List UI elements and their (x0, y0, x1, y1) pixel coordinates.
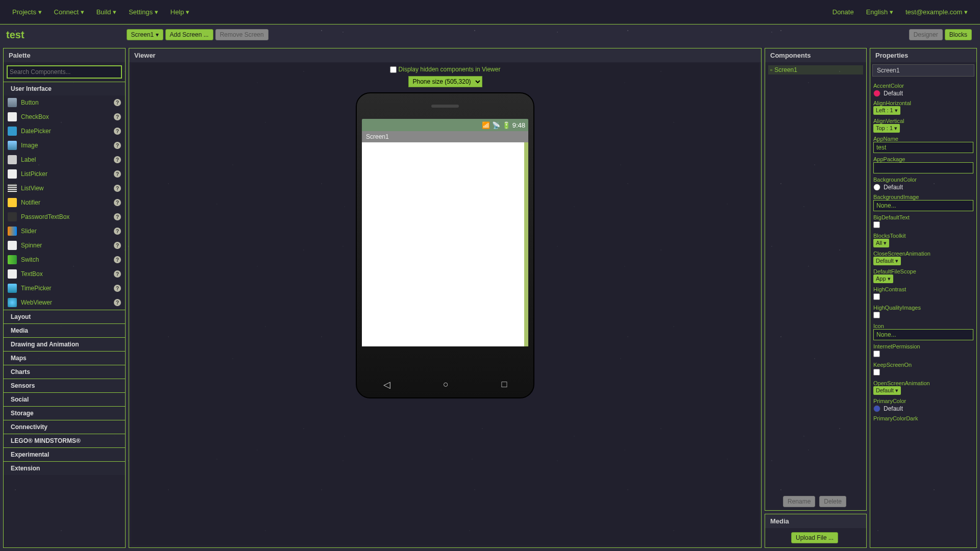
prop-backgroundcolor[interactable]: Default (873, 184, 973, 191)
help-icon[interactable]: ? (114, 199, 121, 206)
prop-label-backgroundimage: BackgroundImage (873, 194, 973, 200)
prop-alignvertical[interactable]: Top : 1 ▾ (873, 124, 900, 133)
search-components-input[interactable] (7, 65, 122, 79)
menu-donate[interactable]: Donate (826, 5, 860, 19)
palette-notifier[interactable]: Notifier? (4, 195, 125, 210)
palette-item-label: ListView (21, 185, 114, 192)
prop-value: Default (884, 405, 903, 412)
prop-icon[interactable] (873, 329, 973, 340)
palette-item-label: WebViewer (21, 299, 114, 306)
app-title-bar: Screen1 (362, 131, 528, 142)
category-lego[interactable]: LEGO® MINDSTORMS® (4, 434, 125, 447)
menu-projects[interactable]: Projects ▾ (6, 5, 48, 19)
palette-image[interactable]: Image? (4, 138, 125, 153)
notifier-icon (8, 198, 17, 207)
prop-openscreenanimation[interactable]: Default ▾ (873, 386, 901, 395)
prop-blockstoolkit[interactable]: All ▾ (873, 239, 889, 247)
category-connectivity[interactable]: Connectivity (4, 420, 125, 434)
category-drawing[interactable]: Drawing and Animation (4, 337, 125, 351)
palette-slider[interactable]: Slider? (4, 224, 125, 238)
designer-tab[interactable]: Designer (909, 29, 943, 40)
menu-build[interactable]: Build ▾ (90, 5, 123, 19)
prop-apppackage[interactable] (873, 162, 973, 173)
palette-checkbox[interactable]: CheckBox? (4, 110, 125, 124)
palette-listview[interactable]: ListView? (4, 181, 125, 195)
prop-closescreenanimation[interactable]: Default ▾ (873, 257, 901, 265)
category-maps[interactable]: Maps (4, 351, 125, 365)
prop-keepscreenon[interactable] (873, 369, 880, 375)
help-icon[interactable]: ? (114, 256, 121, 263)
category-charts[interactable]: Charts (4, 365, 125, 379)
prop-defaultfilescope[interactable]: App ▾ (873, 274, 893, 283)
tree-item-screen1[interactable]: ▫ Screen1 (768, 65, 863, 74)
checkbox-icon (8, 112, 17, 121)
prop-highcontrast[interactable] (873, 293, 880, 300)
palette-item-label: Switch (21, 256, 114, 263)
help-icon[interactable]: ? (114, 285, 121, 292)
prop-internetpermission[interactable] (873, 350, 880, 357)
palette-spinner[interactable]: Spinner? (4, 238, 125, 253)
help-icon[interactable]: ? (114, 185, 121, 192)
category-sensors[interactable]: Sensors (4, 379, 125, 392)
listview-icon (8, 184, 17, 193)
phone-size-select[interactable]: Phone size (505,320) (408, 76, 482, 87)
menu-language[interactable]: English ▾ (860, 5, 899, 19)
app-canvas[interactable] (362, 142, 528, 346)
category-user-interface[interactable]: User Interface (4, 82, 125, 95)
palette-item-label: Slider (21, 228, 114, 235)
menu-account[interactable]: test@example.com ▾ (899, 5, 974, 19)
palette-passwordtextbox[interactable]: PasswordTextBox? (4, 210, 125, 224)
prop-label-highcontrast: HighContrast (873, 286, 973, 292)
menu-help[interactable]: Help ▾ (164, 5, 195, 19)
prop-accentcolor[interactable]: Default (873, 90, 973, 97)
properties-header: Properties (870, 48, 976, 62)
tree-item-label: Screen1 (774, 66, 797, 73)
help-icon[interactable]: ? (114, 170, 121, 178)
category-storage[interactable]: Storage (4, 406, 125, 420)
help-icon[interactable]: ? (114, 242, 121, 249)
category-layout[interactable]: Layout (4, 310, 125, 323)
palette-listpicker[interactable]: ListPicker? (4, 167, 125, 181)
screen-dropdown[interactable]: Screen1 ▾ (127, 29, 163, 40)
prop-highqualityimages[interactable] (873, 312, 880, 318)
palette-datepicker[interactable]: DatePicker? (4, 124, 125, 138)
category-experimental[interactable]: Experimental (4, 447, 125, 461)
help-icon[interactable]: ? (114, 156, 121, 163)
prop-label-internetpermission: InternetPermission (873, 343, 973, 349)
blocks-tab[interactable]: Blocks (945, 29, 972, 40)
help-icon[interactable]: ? (114, 99, 121, 106)
phone-speaker (431, 105, 459, 108)
prop-bigdefaulttext[interactable] (873, 221, 880, 228)
help-icon[interactable]: ? (114, 142, 121, 149)
help-icon[interactable]: ? (114, 113, 121, 120)
timepicker-icon (8, 284, 17, 293)
prop-alignhorizontal[interactable]: Left : 1 ▾ (873, 106, 900, 115)
palette-label[interactable]: Label? (4, 153, 125, 167)
prop-backgroundimage[interactable] (873, 200, 973, 211)
palette-button[interactable]: Button? (4, 95, 125, 110)
menu-settings[interactable]: Settings ▾ (122, 5, 164, 19)
palette-textbox[interactable]: TextBox? (4, 267, 125, 281)
label-icon (8, 155, 17, 164)
category-social[interactable]: Social (4, 392, 125, 406)
help-icon[interactable]: ? (114, 213, 121, 220)
palette-webviewer[interactable]: WebViewer? (4, 295, 125, 310)
help-icon[interactable]: ? (114, 299, 121, 306)
upload-file-button[interactable]: Upload File ... (791, 532, 838, 543)
palette-switch[interactable]: Switch? (4, 253, 125, 267)
category-extension[interactable]: Extension (4, 461, 125, 475)
color-swatch-icon (873, 405, 880, 412)
help-icon[interactable]: ? (114, 128, 121, 135)
add-screen-button[interactable]: Add Screen ... (165, 29, 213, 40)
menu-connect[interactable]: Connect ▾ (48, 5, 90, 19)
help-icon[interactable]: ? (114, 228, 121, 235)
palette-timepicker[interactable]: TimePicker? (4, 281, 125, 295)
rename-button[interactable]: Rename (783, 496, 815, 507)
prop-primarycolor[interactable]: Default (873, 405, 973, 412)
show-hidden-checkbox[interactable] (390, 66, 397, 73)
category-media[interactable]: Media (4, 323, 125, 337)
prop-appname[interactable] (873, 142, 973, 153)
remove-screen-button[interactable]: Remove Screen (215, 29, 268, 40)
help-icon[interactable]: ? (114, 270, 121, 278)
delete-button[interactable]: Delete (819, 496, 846, 507)
